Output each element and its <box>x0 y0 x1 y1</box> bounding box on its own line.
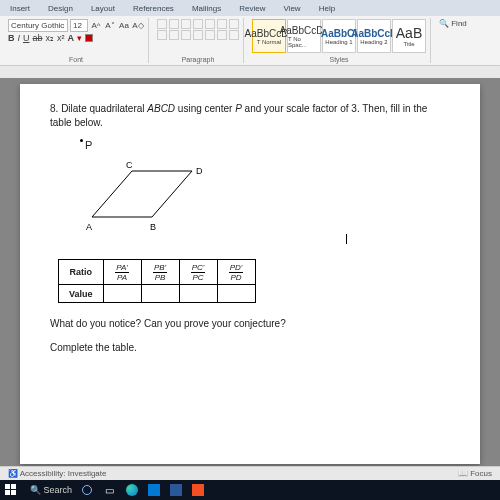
font-color-button[interactable] <box>85 34 93 42</box>
dot-icon <box>80 139 83 142</box>
strike-button[interactable]: ab <box>33 33 43 43</box>
svg-rect-3 <box>5 490 10 495</box>
svg-rect-4 <box>11 490 16 495</box>
accessibility-status[interactable]: ♿ Accessibility: Investigate <box>8 469 106 478</box>
svg-marker-0 <box>92 171 192 217</box>
bold-button[interactable]: B <box>8 33 15 43</box>
clear-format-button[interactable]: A◇ <box>132 21 144 30</box>
style-title[interactable]: AaB Title <box>392 19 426 53</box>
group-editing: 🔍 Find <box>435 18 471 63</box>
table-row: Ratio PA'PA PB'PB PC'PC PD'PD <box>59 260 256 285</box>
style-name: T Normal <box>257 39 282 45</box>
italic-button[interactable]: I <box>18 33 21 43</box>
document-page[interactable]: 8. Dilate quadrilateral ABCD using cente… <box>20 84 480 464</box>
ribbon-tabs: Insert Design Layout References Mailings… <box>0 0 500 16</box>
change-case-button[interactable]: Aa <box>118 21 130 30</box>
focus-status[interactable]: 📖 Focus <box>458 469 492 478</box>
tab-view[interactable]: View <box>277 2 306 15</box>
group-font: Century Gothic 12 A^ A˅ Aa A◇ B I U ab x… <box>4 18 149 63</box>
font-name-select[interactable]: Century Gothic <box>8 19 68 32</box>
shading-button[interactable] <box>217 30 227 40</box>
app-icon[interactable] <box>192 484 204 496</box>
svg-rect-1 <box>5 484 10 489</box>
align-center-button[interactable] <box>169 30 179 40</box>
style-name: Title <box>403 41 414 47</box>
taskbar-search[interactable]: 🔍 Search <box>30 485 72 495</box>
group-styles-label: Styles <box>252 56 426 63</box>
tab-review[interactable]: Review <box>233 2 271 15</box>
align-right-button[interactable] <box>181 30 191 40</box>
value-cell[interactable] <box>141 285 179 303</box>
align-left-button[interactable] <box>157 30 167 40</box>
line-spacing-button[interactable] <box>205 30 215 40</box>
word-icon[interactable] <box>170 484 182 496</box>
ratio-cell-pa: PA'PA <box>103 260 141 285</box>
ratio-cell-pb: PB'PB <box>141 260 179 285</box>
indent-button[interactable] <box>205 19 215 29</box>
ratio-cell-pc: PC'PC <box>179 260 217 285</box>
vertex-b-label: B <box>150 222 156 232</box>
group-paragraph: Paragraph <box>153 18 244 63</box>
group-font-label: Font <box>8 56 144 63</box>
tab-help[interactable]: Help <box>313 2 341 15</box>
show-marks-button[interactable] <box>229 19 239 29</box>
borders-button[interactable] <box>229 30 239 40</box>
value-cell[interactable] <box>103 285 141 303</box>
ratio-header: Ratio <box>59 260 104 285</box>
svg-rect-2 <box>11 484 16 489</box>
tab-references[interactable]: References <box>127 2 180 15</box>
tab-layout[interactable]: Layout <box>85 2 121 15</box>
group-paragraph-label: Paragraph <box>157 56 239 63</box>
numbering-button[interactable] <box>169 19 179 29</box>
group-styles: AaBbCcDc T Normal AaBbCcDc T No Spac... … <box>248 18 431 63</box>
question-complete: Complete the table. <box>50 341 450 355</box>
center-point-p: P <box>80 139 450 151</box>
document-area: 8. Dilate quadrilateral ABCD using cente… <box>0 78 500 470</box>
table-row: Value <box>59 285 256 303</box>
problem-text: 8. Dilate quadrilateral ABCD using cente… <box>50 102 450 129</box>
bullets-button[interactable] <box>157 19 167 29</box>
text-cursor <box>346 234 347 244</box>
vertex-a-label: A <box>86 222 92 232</box>
align-justify-button[interactable] <box>193 30 203 40</box>
style-name: Heading 2 <box>360 39 387 45</box>
tab-insert[interactable]: Insert <box>4 2 36 15</box>
style-no-spacing[interactable]: AaBbCcDc T No Spac... <box>287 19 321 53</box>
quadrilateral-figure: A B C D <box>72 157 222 237</box>
underline-button[interactable]: U <box>23 33 30 43</box>
task-view-icon[interactable]: ▭ <box>102 483 116 497</box>
windows-icon <box>5 484 17 496</box>
grow-font-button[interactable]: A^ <box>90 21 102 30</box>
cortana-icon[interactable] <box>82 485 92 495</box>
font-size-select[interactable]: 12 <box>70 19 88 32</box>
status-bar: ♿ Accessibility: Investigate 📖 Focus <box>0 466 500 480</box>
tab-design[interactable]: Design <box>42 2 79 15</box>
value-cell[interactable] <box>217 285 255 303</box>
style-name: T No Spac... <box>288 36 320 48</box>
ratio-cell-pd: PD'PD <box>217 260 255 285</box>
vertex-c-label: C <box>126 160 133 170</box>
outdent-button[interactable] <box>193 19 203 29</box>
style-name: Heading 1 <box>325 39 352 45</box>
windows-taskbar: 🔍 Search ▭ <box>0 480 500 500</box>
superscript-button[interactable]: x² <box>57 33 65 43</box>
subscript-button[interactable]: x₂ <box>46 33 55 43</box>
edge-icon[interactable] <box>126 484 138 496</box>
start-button[interactable] <box>4 483 18 497</box>
style-sample: AaB <box>396 25 422 41</box>
ribbon: Insert Design Layout References Mailings… <box>0 0 500 78</box>
find-button[interactable]: 🔍 Find <box>439 19 467 28</box>
question-notice: What do you notice? Can you prove your c… <box>50 317 450 331</box>
shrink-font-button[interactable]: A˅ <box>104 21 116 30</box>
multilevel-button[interactable] <box>181 19 191 29</box>
sort-button[interactable] <box>217 19 227 29</box>
style-sample: AaBbCcE <box>351 28 397 39</box>
ribbon-body: Century Gothic 12 A^ A˅ Aa A◇ B I U ab x… <box>0 16 500 66</box>
tab-mailings[interactable]: Mailings <box>186 2 227 15</box>
value-cell[interactable] <box>179 285 217 303</box>
value-header: Value <box>59 285 104 303</box>
style-heading2[interactable]: AaBbCcE Heading 2 <box>357 19 391 53</box>
vertex-d-label: D <box>196 166 203 176</box>
mail-icon[interactable] <box>148 484 160 496</box>
ratio-table: Ratio PA'PA PB'PB PC'PC PD'PD Value <box>58 259 256 303</box>
